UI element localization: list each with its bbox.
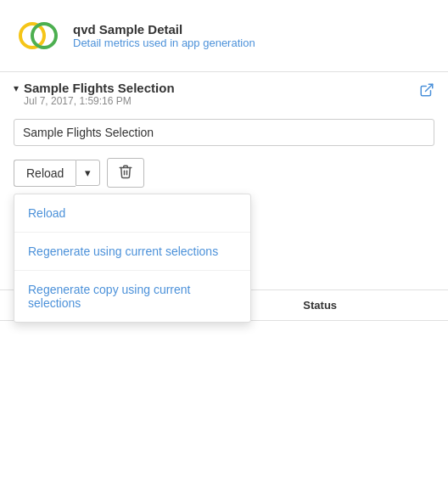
app-logo (14, 12, 61, 59)
reload-button[interactable]: Reload (14, 160, 76, 187)
dropdown-item-regenerate-copy[interactable]: Regenerate copy using current selections (14, 271, 250, 322)
dropdown-item-regenerate[interactable]: Regenerate using current selections (14, 233, 250, 271)
subtitle-suffix: app generation (178, 37, 255, 49)
input-row (0, 112, 448, 153)
svg-line-2 (426, 84, 433, 91)
header-text: qvd Sample Detail Detail metrics used in… (73, 22, 255, 49)
app-header: qvd Sample Detail Detail metrics used in… (0, 0, 448, 72)
dropdown-toggle-button[interactable]: ▾ (76, 160, 100, 186)
delete-button[interactable] (107, 158, 144, 188)
header-title: qvd Sample Detail (73, 22, 255, 37)
section-title-text: Sample Flights Selection Jul 7, 2017, 1:… (24, 81, 175, 107)
name-input[interactable] (14, 119, 434, 146)
subtitle-prefix: Detail metrics used (73, 37, 170, 49)
section-header: ▾ Sample Flights Selection Jul 7, 2017, … (0, 72, 448, 112)
section-subtitle: Jul 7, 2017, 1:59:16 PM (24, 95, 175, 107)
dropdown-item-reload[interactable]: Reload (14, 194, 250, 233)
subtitle-link[interactable]: in (170, 37, 178, 49)
header-subtitle: Detail metrics used in app generation (73, 37, 255, 49)
table-col-status: Status (289, 290, 448, 320)
collapse-chevron-icon[interactable]: ▾ (14, 82, 19, 94)
section-title-area: ▾ Sample Flights Selection Jul 7, 2017, … (14, 81, 175, 107)
external-link-icon[interactable] (419, 82, 434, 101)
button-row: Reload ▾ Reload Regenerate using current… (0, 153, 448, 196)
dropdown-menu: Reload Regenerate using current selectio… (14, 194, 251, 323)
dropdown-chevron-icon: ▾ (85, 166, 91, 179)
trash-icon (118, 164, 133, 179)
section-title: Sample Flights Selection (24, 81, 175, 95)
